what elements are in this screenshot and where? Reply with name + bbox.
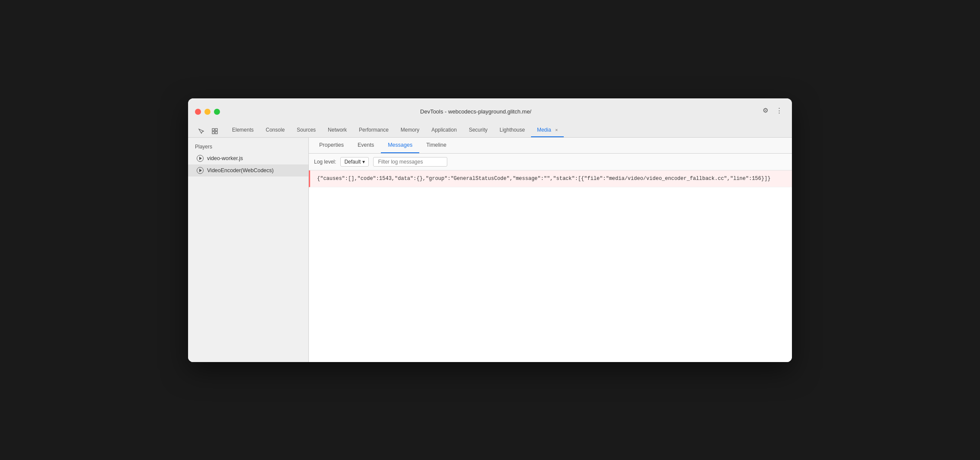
tab-media-close[interactable]: × bbox=[555, 127, 558, 132]
sidebar: Players video-worker.js VideoEncoder(Web… bbox=[188, 138, 309, 362]
sidebar-header: Players bbox=[188, 141, 308, 152]
tab-events[interactable]: Events bbox=[351, 138, 381, 153]
toolbar-icons bbox=[195, 125, 221, 137]
log-entry: {"causes":[],"code":1543,"data":{},"grou… bbox=[309, 170, 792, 187]
content-tabs: Properties Events Messages Timeline bbox=[309, 138, 792, 154]
traffic-lights bbox=[195, 109, 220, 115]
svg-rect-3 bbox=[215, 132, 217, 134]
svg-rect-0 bbox=[212, 129, 214, 131]
tab-timeline[interactable]: Timeline bbox=[419, 138, 453, 153]
player-video-encoder-label: VideoEncoder(WebCodecs) bbox=[207, 167, 274, 173]
tab-lighthouse[interactable]: Lighthouse bbox=[493, 123, 531, 137]
tab-properties[interactable]: Properties bbox=[312, 138, 351, 153]
log-toolbar: Log level: Default ▾ bbox=[309, 154, 792, 170]
tab-sources[interactable]: Sources bbox=[291, 123, 322, 137]
window-title: DevTools - webcodecs-playground.glitch.m… bbox=[227, 108, 725, 115]
player-video-encoder[interactable]: VideoEncoder(WebCodecs) bbox=[188, 164, 308, 176]
log-level-label: Log level: bbox=[314, 159, 336, 165]
tab-performance[interactable]: Performance bbox=[353, 123, 395, 137]
log-messages: {"causes":[],"code":1543,"data":{},"grou… bbox=[309, 170, 792, 362]
player-video-worker[interactable]: video-worker.js bbox=[188, 152, 308, 164]
titlebar: DevTools - webcodecs-playground.glitch.m… bbox=[188, 98, 792, 138]
tab-application[interactable]: Application bbox=[425, 123, 463, 137]
settings-button[interactable]: ⚙ bbox=[759, 104, 771, 117]
tab-elements[interactable]: Elements bbox=[226, 123, 260, 137]
log-text: {"causes":[],"code":1543,"data":{},"grou… bbox=[317, 176, 770, 182]
close-button[interactable] bbox=[195, 109, 201, 115]
play-icon-video-worker bbox=[197, 155, 204, 162]
inspector-tool[interactable] bbox=[209, 125, 221, 137]
tab-security[interactable]: Security bbox=[463, 123, 493, 137]
player-video-worker-label: video-worker.js bbox=[207, 155, 243, 161]
tab-media[interactable]: Media × bbox=[531, 123, 564, 137]
tab-memory[interactable]: Memory bbox=[395, 123, 425, 137]
play-icon-video-encoder bbox=[197, 167, 204, 174]
tab-messages[interactable]: Messages bbox=[381, 138, 419, 153]
titlebar-top: DevTools - webcodecs-playground.glitch.m… bbox=[195, 104, 785, 119]
tab-console[interactable]: Console bbox=[260, 123, 291, 137]
log-level-select[interactable]: Default ▾ bbox=[340, 157, 369, 167]
tab-network[interactable]: Network bbox=[322, 123, 353, 137]
devtools-tabs: Elements Console Sources Network Perform… bbox=[226, 123, 564, 137]
settings-area: ⚙ ⋮ bbox=[759, 104, 785, 119]
svg-rect-1 bbox=[215, 129, 217, 131]
cursor-tool[interactable] bbox=[195, 125, 207, 137]
svg-rect-2 bbox=[212, 132, 214, 134]
chevron-down-icon: ▾ bbox=[362, 159, 365, 165]
maximize-button[interactable] bbox=[214, 109, 220, 115]
minimize-button[interactable] bbox=[204, 109, 210, 115]
devtools-window: DevTools - webcodecs-playground.glitch.m… bbox=[188, 98, 792, 362]
filter-input[interactable] bbox=[373, 157, 447, 167]
content-area: Properties Events Messages Timeline Log … bbox=[309, 138, 792, 362]
more-button[interactable]: ⋮ bbox=[773, 104, 785, 117]
main-content: Players video-worker.js VideoEncoder(Web… bbox=[188, 138, 792, 362]
